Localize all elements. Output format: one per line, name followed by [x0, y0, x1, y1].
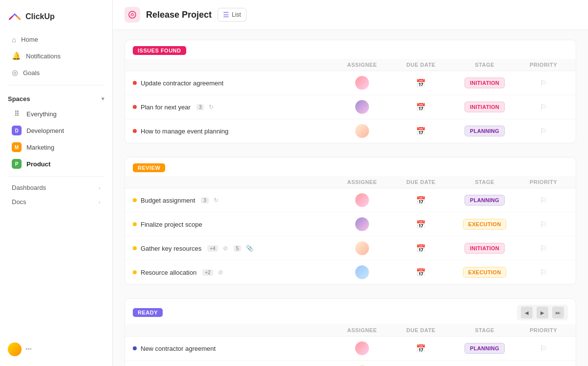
toolbar-btn-1[interactable]: ◀ [521, 307, 533, 318]
table-row: Budget assignment 3 ↻ 📅 PLANNING ⚐ [125, 188, 576, 212]
spaces-section-header[interactable]: Spaces ▾ [0, 89, 112, 105]
sidebar-item-notifications[interactable]: 🔔 Notifications [4, 48, 108, 64]
stage-cell[interactable]: PLANNING [450, 343, 519, 354]
due-date-cell[interactable]: 📅 [392, 344, 450, 353]
list-view-button[interactable]: ☰ List [218, 8, 246, 22]
task-dot [133, 81, 137, 85]
sidebar-footer: ••• [0, 339, 112, 360]
task-name-cell: Budget assignment 3 ↻ [133, 197, 333, 204]
sidebar-item-everything[interactable]: ⠿ Everything [4, 105, 108, 122]
priority-cell[interactable]: ⚐ [519, 244, 568, 253]
dashboards-label: Dashboards [12, 184, 46, 191]
sidebar-item-development[interactable]: D Development [4, 122, 108, 139]
priority-cell[interactable]: ⚐ [519, 220, 568, 229]
group-ready: READY ◀ ▶ ⏭ ASSIGNEE DUE DATE STAGE PRIO… [124, 298, 576, 366]
task-name-cell: Finalize project scope [133, 221, 333, 228]
sidebar-item-docs[interactable]: Docs › [4, 195, 108, 209]
due-date-cell[interactable]: 📅 [392, 220, 450, 229]
col-stage-2: STAGE [450, 327, 519, 333]
task-name[interactable]: Gather key resources [141, 245, 201, 252]
priority-cell[interactable]: ⚐ [519, 103, 568, 112]
col-stage-1: STAGE [450, 179, 519, 185]
priority-cell[interactable]: ⚐ [519, 268, 568, 277]
sidebar-item-dashboards[interactable]: Dashboards › [4, 181, 108, 195]
arrow-right-icon-2: › [98, 199, 100, 205]
notifications-label: Notifications [26, 52, 61, 60]
task-dot [133, 246, 137, 250]
content-area: ISSUES FOUND ASSIGNEE DUE DATE STAGE PRI… [113, 30, 588, 366]
stage-cell[interactable]: EXECUTION [450, 219, 519, 230]
user-avatar[interactable] [8, 342, 22, 356]
page-header: Release Project ☰ List [113, 0, 588, 30]
main-content: Release Project ☰ List ISSUES FOUND ASSI… [113, 0, 588, 366]
priority-cell[interactable]: ⚐ [519, 127, 568, 136]
toolbar-btn-2[interactable]: ▶ [537, 307, 548, 318]
avatar [355, 217, 369, 231]
calendar-icon: 📅 [416, 78, 426, 88]
calendar-icon: 📅 [416, 103, 426, 112]
due-date-cell[interactable]: 📅 [392, 78, 450, 88]
everything-label: Everything [26, 110, 56, 118]
stage-cell[interactable]: INITIATION [450, 78, 519, 88]
divider [8, 85, 104, 85]
stage-cell[interactable]: PLANNING [450, 126, 519, 136]
table-row: Refresh company website 5 📎 📅 EXECUTION … [125, 361, 576, 366]
ready-toolbar: ◀ ▶ ⏭ [517, 305, 568, 320]
group-issues-found: ISSUES FOUND ASSIGNEE DUE DATE STAGE PRI… [124, 40, 576, 143]
priority-cell[interactable]: ⚐ [519, 78, 568, 88]
logo[interactable]: ClickUp [0, 6, 112, 31]
flag-icon: ⚐ [540, 196, 547, 205]
task-dot [133, 129, 137, 133]
due-date-cell[interactable]: 📅 [392, 127, 450, 136]
task-count-badge: 3 [196, 104, 204, 110]
priority-cell[interactable]: ⚐ [519, 344, 568, 353]
task-name[interactable]: Update contractor agreement [141, 79, 223, 87]
stage-cell[interactable]: INITIATION [450, 102, 519, 112]
task-dot [133, 270, 137, 274]
sidebar-item-home[interactable]: ⌂ Home [4, 31, 108, 48]
clickup-logo-icon [8, 10, 22, 24]
stage-cell[interactable]: INITIATION [450, 243, 519, 254]
issues-badge: ISSUES FOUND [133, 46, 186, 55]
svg-point-0 [129, 11, 136, 18]
task-name[interactable]: Budget assignment [141, 197, 195, 204]
task-name[interactable]: Finalize project scope [141, 221, 202, 228]
task-name-cell: Resource allocation +2 ⊘ [133, 269, 333, 276]
flag-icon: ⚐ [540, 344, 547, 353]
col-duedate-2: DUE DATE [392, 327, 450, 333]
docs-label: Docs [12, 198, 26, 206]
task-name[interactable]: Plan for next year [141, 104, 191, 111]
due-date-cell[interactable]: 📅 [392, 244, 450, 253]
task-count-badge: +4 [207, 245, 218, 252]
priority-cell[interactable]: ⚐ [519, 196, 568, 205]
task-dot [133, 222, 137, 226]
flag-icon: ⚐ [540, 244, 547, 253]
due-date-cell[interactable]: 📅 [392, 196, 450, 205]
due-date-cell[interactable]: 📅 [392, 268, 450, 277]
chevron-down-icon: ▾ [101, 96, 104, 102]
task-name[interactable]: How to manage event planning [141, 128, 228, 135]
calendar-icon: 📅 [416, 127, 426, 136]
task-name-cell: Update contractor agreement [133, 79, 333, 87]
stage-badge: EXECUTION [463, 267, 507, 278]
sidebar-item-product[interactable]: P Product [4, 156, 108, 172]
task-name[interactable]: Resource allocation [141, 269, 196, 276]
due-date-cell[interactable]: 📅 [392, 103, 450, 112]
avatar [355, 100, 369, 114]
sidebar-item-marketing[interactable]: M Marketing [4, 139, 108, 156]
col-priority-2: PRIORITY [519, 327, 568, 333]
task-dot [133, 346, 137, 350]
refresh-icon: ↻ [214, 197, 219, 204]
product-icon: P [12, 159, 22, 169]
toolbar-btn-3[interactable]: ⏭ [552, 307, 564, 318]
col-duedate-0: DUE DATE [392, 62, 450, 68]
sidebar-item-goals[interactable]: ◎ Goals [4, 64, 108, 81]
table-row: Plan for next year 3 ↻ 📅 INITIATION ⚐ [125, 95, 576, 119]
avatar [355, 193, 369, 207]
assignee-cell [333, 76, 392, 90]
flag-icon: ⚐ [540, 78, 547, 88]
task-name[interactable]: New contractor agreement [141, 345, 216, 352]
stage-cell[interactable]: EXECUTION [450, 267, 519, 278]
home-label: Home [21, 36, 38, 43]
stage-cell[interactable]: PLANNING [450, 195, 519, 206]
